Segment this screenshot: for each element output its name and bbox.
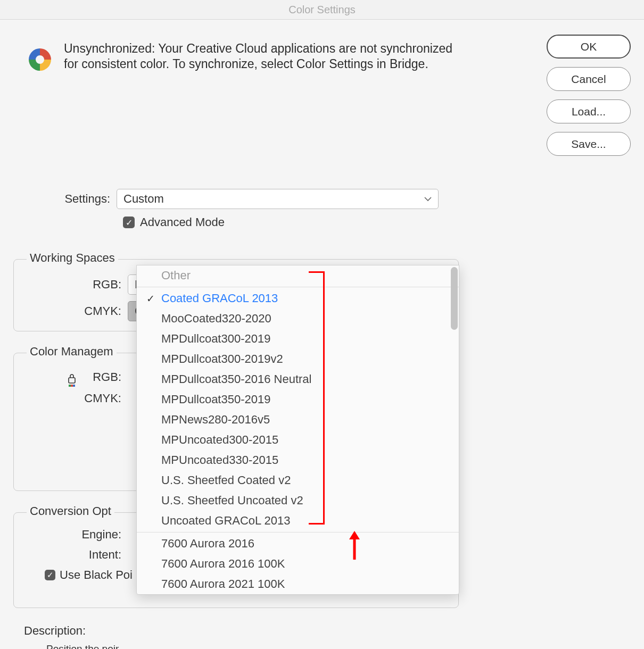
rgb-label: RGB: xyxy=(24,278,128,292)
settings-select[interactable]: Custom xyxy=(117,189,439,209)
conversion-legend: Conversion Opt xyxy=(27,504,114,518)
sync-message: Unsynchronized: Your Creative Cloud appl… xyxy=(64,41,466,72)
svg-rect-3 xyxy=(71,385,73,387)
dropdown-item[interactable]: 7600 Aurora 2021 100K xyxy=(137,574,459,594)
settings-label: Settings: xyxy=(13,192,117,206)
lock-icon xyxy=(67,372,77,388)
dropdown-item[interactable]: MPDullcoat300-2019v2 xyxy=(137,349,459,369)
color-sync-icon xyxy=(27,46,53,73)
svg-rect-1 xyxy=(69,378,75,383)
engine-label: Engine: xyxy=(24,528,128,542)
dropdown-item-label: MPUncoated300-2015 xyxy=(161,433,278,446)
chevron-down-icon xyxy=(424,196,432,202)
advanced-mode-checkbox[interactable]: ✓ xyxy=(123,217,135,228)
dropdown-item[interactable]: U.S. Sheetfed Uncoated v2 xyxy=(137,490,459,511)
dropdown-item-label: MooCoated320-2020 xyxy=(161,312,271,325)
dropdown-item[interactable]: MPUncoated330-2015 xyxy=(137,450,459,470)
dropdown-item-label: 7600 Aurora 2016 xyxy=(161,537,254,550)
window-title: Color Settings xyxy=(0,0,644,20)
dropdown-item[interactable]: MPNews280-2016v5 xyxy=(137,410,459,430)
dropdown-item[interactable]: MPUncoated300-2015 xyxy=(137,430,459,450)
color-management-legend: Color Managem xyxy=(27,345,117,359)
svg-point-0 xyxy=(36,56,44,63)
black-point-label: Use Black Poi xyxy=(60,568,133,582)
dropdown-item-label: MPDullcoat300-2019v2 xyxy=(161,352,283,365)
cm-cmyk-label: CMYK: xyxy=(24,392,128,405)
working-spaces-legend: Working Spaces xyxy=(27,251,118,265)
dropdown-item-label: U.S. Sheetfed Coated v2 xyxy=(161,473,291,487)
settings-value: Custom xyxy=(123,192,164,205)
dropdown-item-label: MPDullcoat350-2019 xyxy=(161,393,270,406)
load-button[interactable]: Load... xyxy=(547,99,631,123)
dropdown-item-label: MPUncoated330-2015 xyxy=(161,453,278,467)
dropdown-item[interactable]: 7600 Aurora 2016 100K xyxy=(137,554,459,574)
intent-label: Intent: xyxy=(24,548,128,562)
dropdown-item-label: MPNews280-2016v5 xyxy=(161,413,270,426)
dropdown-item[interactable]: MPDullcoat350-2016 Neutral xyxy=(137,369,459,389)
dropdown-separator xyxy=(137,287,459,287)
dropdown-item-label: MPDullcoat300-2019 xyxy=(161,332,270,345)
dropdown-item-label: Uncoated GRACoL 2013 xyxy=(161,514,291,527)
dropdown-item[interactable]: 7600 Aurora 2016 xyxy=(137,534,459,554)
dropdown-header: Other xyxy=(137,265,459,286)
ok-button[interactable]: OK xyxy=(547,35,631,59)
dropdown-item-label: Coated GRACoL 2013 xyxy=(161,292,278,305)
dropdown-item[interactable]: Uncoated GRACoL 2013 xyxy=(137,511,459,531)
dropdown-item-label: 7600 Aurora 2021 100K xyxy=(161,577,285,590)
svg-rect-2 xyxy=(69,385,71,387)
dropdown-item-label: MPDullcoat350-2016 Neutral xyxy=(161,372,312,386)
check-icon: ✓ xyxy=(146,293,155,305)
description-label: Description: xyxy=(24,624,471,638)
cancel-button[interactable]: Cancel xyxy=(547,67,631,91)
advanced-mode-label: Advanced Mode xyxy=(140,215,225,229)
cmyk-label: CMYK: xyxy=(24,304,128,318)
save-button[interactable]: Save... xyxy=(547,132,631,156)
cmyk-dropdown: Other ✓Coated GRACoL 2013MooCoated320-20… xyxy=(136,265,459,595)
black-point-checkbox[interactable]: ✓ xyxy=(45,570,55,580)
dropdown-item-label: U.S. Sheetfed Uncoated v2 xyxy=(161,494,303,507)
dropdown-item[interactable]: ✓Coated GRACoL 2013 xyxy=(137,288,459,309)
dropdown-item[interactable]: MPDullcoat300-2019 xyxy=(137,329,459,349)
svg-rect-4 xyxy=(73,385,75,387)
description-text: Position the poir xyxy=(46,643,471,649)
dropdown-item-label: 7600 Aurora 2016 100K xyxy=(161,557,285,570)
dropdown-separator xyxy=(137,532,459,532)
dropdown-item[interactable]: MooCoated320-2020 xyxy=(137,309,459,329)
dropdown-item[interactable]: MPDullcoat350-2019 xyxy=(137,389,459,410)
dropdown-item[interactable]: U.S. Sheetfed Coated v2 xyxy=(137,470,459,490)
